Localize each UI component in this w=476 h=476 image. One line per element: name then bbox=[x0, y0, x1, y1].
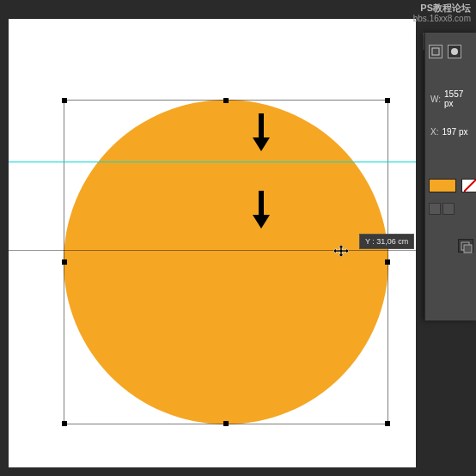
resize-handle-left[interactable] bbox=[62, 259, 67, 265]
path-arrange-icon[interactable] bbox=[442, 203, 455, 215]
watermark-url: bbs.16xx8.com bbox=[413, 14, 471, 23]
stroke-style-swatch[interactable] bbox=[461, 179, 476, 192]
svg-rect-0 bbox=[432, 48, 439, 55]
shape-properties-icon[interactable] bbox=[429, 45, 442, 58]
fill-color-swatch[interactable] bbox=[429, 179, 456, 192]
stack-icon bbox=[459, 240, 474, 253]
down-arrow-icon bbox=[249, 112, 273, 153]
svg-rect-4 bbox=[464, 245, 472, 253]
svg-point-1 bbox=[451, 48, 458, 55]
down-arrow-icon bbox=[249, 189, 273, 230]
move-cursor-icon bbox=[333, 245, 349, 257]
properties-panel: W: 1557 px X: 197 px bbox=[424, 33, 476, 320]
width-label: W: bbox=[430, 95, 441, 104]
no-stroke-icon bbox=[464, 180, 476, 192]
resize-handle-top-right[interactable] bbox=[385, 98, 390, 103]
panel-collapse-icon[interactable] bbox=[458, 239, 473, 253]
width-row: W: 1557 px bbox=[430, 89, 471, 108]
svg-line-2 bbox=[464, 180, 476, 192]
transform-bounding-box[interactable] bbox=[64, 100, 388, 424]
x-label: X: bbox=[430, 127, 438, 137]
path-align-icon[interactable] bbox=[429, 203, 441, 215]
resize-handle-bottom[interactable] bbox=[223, 421, 229, 426]
resize-handle-right[interactable] bbox=[385, 259, 390, 265]
guide-horizontal[interactable] bbox=[9, 162, 416, 162]
width-value[interactable]: 1557 px bbox=[444, 89, 471, 108]
resize-handle-top[interactable] bbox=[223, 98, 229, 103]
canvas[interactable]: Y : 31,06 cm bbox=[9, 19, 416, 467]
path-operations bbox=[429, 203, 455, 215]
rectangle-icon bbox=[431, 47, 440, 56]
x-value[interactable]: 197 px bbox=[442, 127, 467, 137]
watermark-title: PS教程论坛 bbox=[420, 2, 471, 15]
resize-handle-top-left[interactable] bbox=[62, 98, 67, 103]
x-row: X: 197 px bbox=[430, 127, 471, 137]
resize-handle-bottom-left[interactable] bbox=[62, 421, 67, 426]
tooltip-text: Y : 31,06 cm bbox=[365, 237, 408, 246]
mask-properties-icon[interactable] bbox=[448, 45, 461, 58]
resize-handle-bottom-right[interactable] bbox=[385, 421, 390, 426]
position-tooltip: Y : 31,06 cm bbox=[359, 234, 414, 249]
guide-dragging[interactable] bbox=[9, 250, 416, 251]
circle-icon bbox=[450, 47, 459, 56]
